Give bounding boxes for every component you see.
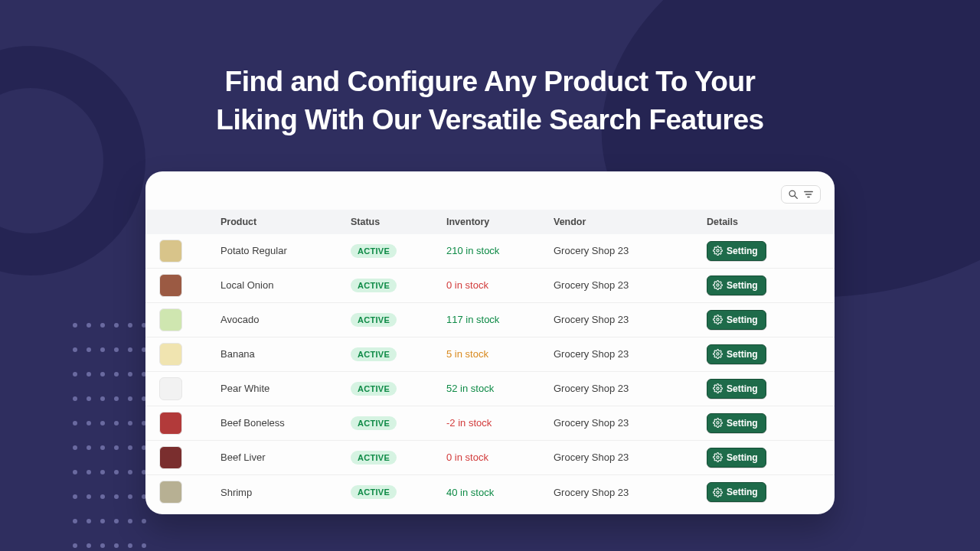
setting-button[interactable]: Setting <box>707 344 766 364</box>
hero-line-2: Liking With Our Versatile Search Feature… <box>216 104 763 135</box>
details-cell: Setting <box>707 310 821 330</box>
status-cell: ACTIVE <box>351 279 446 292</box>
vendor-cell: Grocery Shop 23 <box>554 348 707 360</box>
status-badge: ACTIVE <box>351 279 397 292</box>
vendor-cell: Grocery Shop 23 <box>554 245 707 256</box>
vendor-cell: Grocery Shop 23 <box>554 417 707 429</box>
status-cell: ACTIVE <box>351 485 446 499</box>
status-cell: ACTIVE <box>351 382 446 396</box>
setting-button[interactable]: Setting <box>707 276 766 295</box>
svg-point-10 <box>717 422 719 424</box>
status-badge: ACTIVE <box>351 313 397 327</box>
product-name: Beef Boneless <box>220 417 351 429</box>
status-badge: ACTIVE <box>351 382 397 396</box>
table-row: ShrimpACTIVE40 in stockGrocery Shop 23Se… <box>145 475 835 510</box>
vendor-cell: Grocery Shop 23 <box>554 487 707 498</box>
gear-icon <box>713 280 723 290</box>
table-row: AvocadoACTIVE117 in stockGrocery Shop 23… <box>145 303 835 337</box>
svg-point-8 <box>717 353 719 355</box>
inventory-cell: 210 in stock <box>446 245 554 256</box>
table-row: Beef BonelessACTIVE-2 in stockGrocery Sh… <box>145 406 835 441</box>
gear-icon <box>713 452 723 462</box>
status-badge: ACTIVE <box>351 244 397 258</box>
table-body: Potato RegularACTIVE210 in stockGrocery … <box>145 234 835 510</box>
col-details: Details <box>707 217 821 227</box>
product-name: Beef Liver <box>220 452 351 463</box>
setting-button[interactable]: Setting <box>707 310 766 330</box>
inventory-cell: 0 in stock <box>446 279 554 291</box>
details-cell: Setting <box>707 379 821 399</box>
search-filter-group <box>781 185 821 204</box>
status-badge: ACTIVE <box>351 416 397 430</box>
svg-point-12 <box>717 491 719 494</box>
setting-button[interactable]: Setting <box>707 379 766 399</box>
table-header-row: Product Status Inventory Vendor Details <box>145 210 835 234</box>
col-status: Status <box>351 217 446 227</box>
search-icon[interactable] <box>788 189 799 200</box>
gear-icon <box>713 418 723 428</box>
vendor-cell: Grocery Shop 23 <box>554 314 707 325</box>
setting-label: Setting <box>727 383 758 394</box>
details-cell: Setting <box>707 448 821 468</box>
status-cell: ACTIVE <box>351 451 446 465</box>
svg-point-9 <box>717 387 719 390</box>
filter-icon[interactable] <box>803 189 814 200</box>
details-cell: Setting <box>707 482 821 502</box>
inventory-cell: 5 in stock <box>446 348 554 360</box>
details-cell: Setting <box>707 413 821 433</box>
details-cell: Setting <box>707 344 821 364</box>
table-row: BananaACTIVE5 in stockGrocery Shop 23Set… <box>145 337 835 372</box>
gear-icon <box>713 383 723 393</box>
product-thumb <box>159 481 220 504</box>
status-badge: ACTIVE <box>351 347 397 361</box>
product-name: Avocado <box>220 314 351 325</box>
vendor-cell: Grocery Shop 23 <box>554 279 707 291</box>
bg-dots <box>73 323 146 551</box>
vendor-cell: Grocery Shop 23 <box>554 452 707 463</box>
svg-point-11 <box>717 456 719 458</box>
details-cell: Setting <box>707 276 821 295</box>
status-cell: ACTIVE <box>351 416 446 430</box>
gear-icon <box>713 349 723 359</box>
product-name: Banana <box>220 348 351 360</box>
status-cell: ACTIVE <box>351 244 446 258</box>
setting-button[interactable]: Setting <box>707 241 766 261</box>
svg-point-6 <box>717 284 719 286</box>
product-table-card: Product Status Inventory Vendor Details … <box>145 171 835 514</box>
setting-label: Setting <box>727 452 758 463</box>
setting-button[interactable]: Setting <box>707 448 766 468</box>
table-toolbar <box>145 185 835 210</box>
table-row: Beef LiverACTIVE0 in stockGrocery Shop 2… <box>145 441 835 475</box>
product-name: Shrimp <box>220 487 351 498</box>
col-vendor: Vendor <box>554 217 707 227</box>
status-cell: ACTIVE <box>351 313 446 327</box>
product-name: Pear White <box>220 383 351 394</box>
setting-label: Setting <box>727 280 758 291</box>
svg-point-5 <box>717 249 719 252</box>
setting-label: Setting <box>727 349 758 360</box>
details-cell: Setting <box>707 241 821 261</box>
table-row: Local OnionACTIVE0 in stockGrocery Shop … <box>145 269 835 303</box>
setting-button[interactable]: Setting <box>707 482 766 502</box>
vendor-cell: Grocery Shop 23 <box>554 383 707 394</box>
svg-point-7 <box>717 318 719 321</box>
product-thumb <box>159 446 220 469</box>
setting-label: Setting <box>727 418 758 429</box>
hero-line-1: Find and Configure Any Product To Your <box>225 66 756 97</box>
svg-point-0 <box>789 191 795 197</box>
product-thumb <box>159 274 220 297</box>
hero-title: Find and Configure Any Product To Your L… <box>0 63 980 139</box>
gear-icon <box>713 487 723 497</box>
inventory-cell: -2 in stock <box>446 417 554 429</box>
setting-label: Setting <box>727 315 758 325</box>
product-name: Potato Regular <box>220 245 351 256</box>
table-row: Potato RegularACTIVE210 in stockGrocery … <box>145 234 835 269</box>
setting-button[interactable]: Setting <box>707 413 766 433</box>
svg-line-1 <box>795 196 797 198</box>
setting-label: Setting <box>727 246 758 256</box>
product-thumb <box>159 412 220 435</box>
status-cell: ACTIVE <box>351 347 446 361</box>
status-badge: ACTIVE <box>351 485 397 499</box>
product-thumb <box>159 377 220 400</box>
gear-icon <box>713 246 723 256</box>
